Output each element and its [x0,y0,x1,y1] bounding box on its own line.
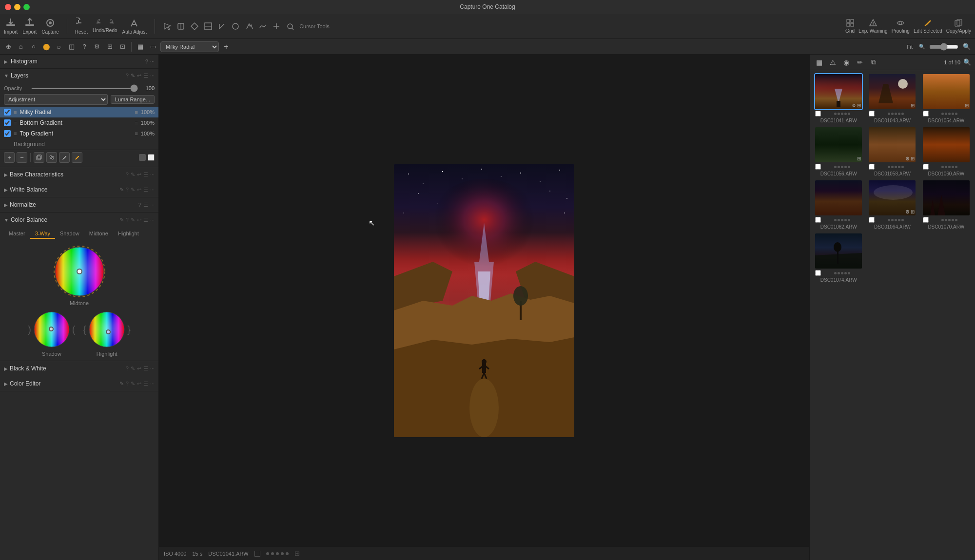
thumb-dsc01043[interactable]: ⊞ DSC01043.ARW [867,74,917,123]
cursor-tool-6[interactable] [245,22,254,31]
exp-warning-button[interactable]: Exp. Warning [858,19,888,34]
tb2-icon-10[interactable]: ⊡ [117,41,128,52]
highlight-wheel[interactable] [87,310,126,349]
bc-edit[interactable]: ✎ [131,172,135,178]
layer-check-bottom[interactable] [4,119,11,126]
tb2-icon-7[interactable]: ? [79,41,90,52]
image-area[interactable]: ↖ [159,55,809,546]
window-controls[interactable] [5,4,30,10]
opacity-slider[interactable] [31,88,138,89]
thumb-dsc01070[interactable]: DSC01070.ARW [921,180,971,230]
cursor-tool-3[interactable] [190,22,199,31]
maximize-button[interactable] [23,4,30,10]
undo-redo-button[interactable]: Undo/Redo [93,19,117,33]
edit-selected-button[interactable]: Edit Selected [914,19,942,34]
remove-layer-btn[interactable]: − [17,152,27,163]
thumb-cb-3[interactable] [923,111,929,116]
tb2-add-layer[interactable]: + [221,41,232,52]
wb-help[interactable]: ? [126,187,129,193]
bw-undo[interactable]: ↩ [137,366,141,372]
tb2-layout-1[interactable]: ▦ [135,41,146,52]
base-char-header[interactable]: ▶ Base Characteristics ? ✎ ↩ ☰ ··· [0,167,158,182]
thumb-cb-4[interactable] [815,164,821,170]
layer-check-top[interactable] [4,130,11,137]
cursor-tool-1[interactable] [163,22,172,31]
auto-adjust-button[interactable]: Auto Adjust [122,18,147,35]
bw-edit[interactable]: ✎ [131,366,135,372]
ce-help[interactable]: ? [126,381,129,387]
thumb-cb-10[interactable] [815,270,821,276]
bw-header[interactable]: ▶ Black & White ? ✎ ↩ ☰ ··· [0,361,158,376]
shadow-wheel[interactable] [32,310,71,349]
copy-apply-button[interactable]: Copy/Apply [946,19,971,34]
midtone-dot[interactable] [77,269,82,274]
tb2-icon-2[interactable]: ⌂ [16,41,26,52]
histogram-menu[interactable]: ··· [150,58,155,64]
cb-tab-midtone[interactable]: Midtone [84,229,113,239]
bw-help[interactable]: ? [126,366,129,372]
wb-eyedropper[interactable]: ✎ [119,187,124,193]
color-swatch-light[interactable] [148,154,155,161]
bw-list[interactable]: ☰ [143,366,148,372]
tb2-icon-5[interactable]: ⌕ [54,41,64,52]
thumb-cb-1[interactable] [815,111,821,116]
rp-warning-icon[interactable]: ⚠ [827,57,838,68]
bc-undo[interactable]: ↩ [137,172,141,178]
layer-check-milky[interactable] [4,109,11,116]
ce-more[interactable]: ··· [150,381,155,387]
tb2-icon-8[interactable]: ⚙ [92,41,102,52]
capture-button[interactable]: Capture [41,18,59,35]
color-balance-header[interactable]: ▼ Color Balance ✎ ? ✎ ↩ ☰ ··· [0,212,158,227]
adjust-layer-btn[interactable] [46,152,57,163]
cursor-tool-2[interactable] [176,22,185,31]
close-button[interactable] [5,4,11,10]
add-layer-btn[interactable]: + [4,152,15,163]
luma-range-button[interactable]: Luma Range... [111,95,155,104]
cb-tab-highlight[interactable]: Highlight [113,229,144,239]
thumb-dsc01060[interactable]: DSC01060.ARW [921,127,971,176]
layer-item-milky-radial[interactable]: ≡ Milky Radial ≡ 100% [0,107,158,117]
export-button[interactable]: Export [22,18,37,35]
tb2-icon-6[interactable]: ◫ [66,41,77,52]
bc-list[interactable]: ☰ [143,172,148,178]
wb-more[interactable]: ··· [150,187,155,193]
rp-eye-icon[interactable]: ◉ [841,57,852,68]
layers-more[interactable]: ··· [150,73,155,78]
import-button[interactable]: Import [4,18,18,35]
layer-item-top-gradient[interactable]: ≡ Top Gradient ≡ 100% [0,128,158,139]
histogram-help[interactable]: ? [145,58,148,64]
proofing-button[interactable]: Proofing [892,19,910,34]
wb-edit[interactable]: ✎ [131,187,135,193]
bc-help[interactable]: ? [126,172,129,178]
cb-undo[interactable]: ↩ [137,217,141,223]
ce-header[interactable]: ▶ Color Editor ✎ ? ✎ ↩ ☰ ··· [0,376,158,391]
thumb-cb-7[interactable] [815,217,821,223]
cb-tab-master[interactable]: Master [4,229,30,239]
layers-undo[interactable]: ↩ [137,73,141,79]
normalize-header[interactable]: ▶ Normalize ? ☰ ··· [0,197,158,212]
copy-layer-btn[interactable] [34,152,44,163]
cursor-tool-8[interactable] [272,22,281,31]
cb-tab-3way[interactable]: 3-Way [30,229,55,239]
thumb-cb-5[interactable] [869,164,875,170]
grid-button[interactable]: Grid [845,19,855,34]
layers-header[interactable]: ▼ Layers ? ✎ ↩ ☰ ··· [0,69,158,82]
thumb-dsc01041[interactable]: ⚙ ⊞ DSC01041.ARW [814,74,863,123]
thumb-dsc01074[interactable]: DSC01074.ARW [814,233,863,283]
cb-help[interactable]: ? [126,217,129,223]
wb-undo[interactable]: ↩ [137,187,141,193]
white-balance-header[interactable]: ▶ White Balance ✎ ? ✎ ↩ ☰ ··· [0,182,158,197]
shadow-dot[interactable] [49,327,54,331]
tb2-layout-2[interactable]: ▭ [148,41,158,52]
wb-list[interactable]: ☰ [143,187,148,193]
zoom-slider[interactable] [929,43,958,51]
color-layer-btn[interactable] [72,152,82,163]
main-image[interactable] [394,164,574,437]
cursor-tool-7[interactable] [258,22,267,31]
tb2-icon-9[interactable]: ⊞ [104,41,115,52]
thumb-cb-2[interactable] [869,111,875,116]
cb-more[interactable]: ··· [150,217,155,223]
bc-more[interactable]: ··· [150,172,155,178]
ce-list[interactable]: ☰ [143,381,148,387]
cursor-tool-circle[interactable] [231,22,240,31]
